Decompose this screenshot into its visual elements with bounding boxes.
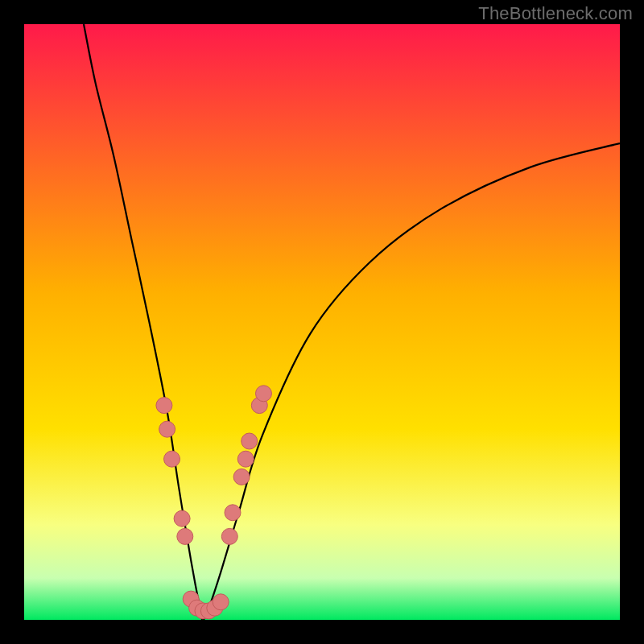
data-marker: [221, 528, 237, 544]
data-marker: [237, 451, 254, 467]
data-marker: [177, 528, 193, 544]
data-marker: [174, 510, 190, 526]
chart-frame: TheBottleneck.com: [0, 0, 644, 644]
data-marker: [225, 505, 241, 521]
gradient-background: [24, 24, 620, 620]
data-marker: [213, 594, 229, 610]
data-marker: [255, 386, 271, 402]
bottleneck-chart: [24, 24, 620, 620]
data-marker: [233, 469, 250, 485]
data-marker: [156, 398, 172, 414]
plot-area: [24, 24, 620, 620]
data-marker: [164, 451, 180, 467]
data-marker: [159, 421, 175, 437]
data-marker: [242, 433, 258, 449]
watermark-text: TheBottleneck.com: [478, 3, 633, 24]
